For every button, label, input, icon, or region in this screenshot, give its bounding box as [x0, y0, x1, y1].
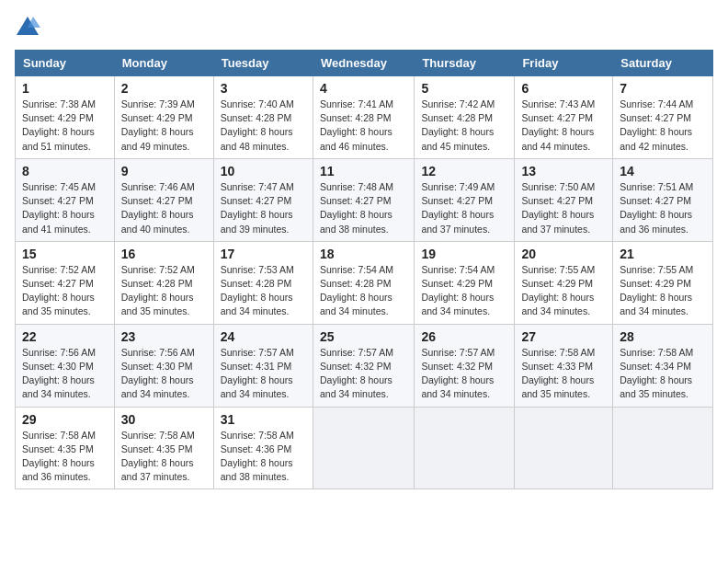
calendar-week: 29Sunrise: 7:58 AMSunset: 4:35 PMDayligh…	[16, 407, 713, 489]
calendar-cell: 6Sunrise: 7:43 AMSunset: 4:27 PMDaylight…	[515, 76, 613, 159]
weekday-header: Friday	[515, 51, 613, 76]
page-header	[15, 15, 713, 40]
weekday-header: Tuesday	[213, 51, 313, 76]
calendar-cell: 19Sunrise: 7:54 AMSunset: 4:29 PMDayligh…	[415, 241, 515, 324]
day-number: 16	[121, 247, 207, 261]
day-number: 31	[221, 412, 306, 427]
day-info: Sunrise: 7:40 AMSunset: 4:28 PMDaylight:…	[221, 98, 306, 154]
calendar-body: 1Sunrise: 7:38 AMSunset: 4:29 PMDaylight…	[16, 76, 713, 489]
day-info: Sunrise: 7:46 AMSunset: 4:27 PMDaylight:…	[121, 180, 207, 236]
day-number: 23	[121, 329, 207, 344]
weekday-header: Wednesday	[313, 51, 414, 76]
calendar-week: 15Sunrise: 7:52 AMSunset: 4:27 PMDayligh…	[16, 241, 713, 324]
calendar-cell	[415, 407, 515, 489]
calendar-cell: 14Sunrise: 7:51 AMSunset: 4:27 PMDayligh…	[613, 158, 713, 241]
day-number: 20	[521, 247, 606, 261]
day-number: 26	[421, 329, 507, 344]
day-number: 2	[121, 81, 207, 96]
calendar-cell: 1Sunrise: 7:38 AMSunset: 4:29 PMDaylight…	[16, 76, 115, 159]
calendar-cell: 17Sunrise: 7:53 AMSunset: 4:28 PMDayligh…	[213, 241, 313, 324]
calendar-week: 8Sunrise: 7:45 AMSunset: 4:27 PMDaylight…	[16, 158, 713, 241]
day-info: Sunrise: 7:55 AMSunset: 4:29 PMDaylight:…	[620, 263, 706, 319]
calendar-cell: 27Sunrise: 7:58 AMSunset: 4:33 PMDayligh…	[515, 324, 613, 407]
day-info: Sunrise: 7:43 AMSunset: 4:27 PMDaylight:…	[521, 98, 606, 154]
day-number: 29	[22, 412, 108, 427]
day-info: Sunrise: 7:57 AMSunset: 4:32 PMDaylight:…	[320, 346, 407, 402]
day-info: Sunrise: 7:45 AMSunset: 4:27 PMDaylight:…	[22, 180, 108, 236]
weekday-header: Thursday	[415, 51, 515, 76]
weekday-header: Monday	[114, 51, 213, 76]
calendar-cell: 7Sunrise: 7:44 AMSunset: 4:27 PMDaylight…	[613, 76, 713, 159]
day-number: 4	[320, 81, 407, 96]
day-info: Sunrise: 7:55 AMSunset: 4:29 PMDaylight:…	[521, 263, 606, 319]
calendar-cell	[515, 407, 613, 489]
day-info: Sunrise: 7:48 AMSunset: 4:27 PMDaylight:…	[320, 180, 407, 236]
day-info: Sunrise: 7:56 AMSunset: 4:30 PMDaylight:…	[121, 346, 207, 402]
day-number: 22	[22, 329, 108, 344]
day-number: 8	[22, 164, 108, 178]
calendar-cell: 2Sunrise: 7:39 AMSunset: 4:29 PMDaylight…	[114, 76, 213, 159]
day-number: 18	[320, 247, 407, 261]
day-number: 6	[521, 81, 606, 96]
day-info: Sunrise: 7:52 AMSunset: 4:27 PMDaylight:…	[22, 263, 108, 319]
calendar-cell: 11Sunrise: 7:48 AMSunset: 4:27 PMDayligh…	[313, 158, 414, 241]
weekday-header: Saturday	[613, 51, 713, 76]
calendar-cell: 31Sunrise: 7:58 AMSunset: 4:36 PMDayligh…	[213, 407, 313, 489]
calendar-cell: 8Sunrise: 7:45 AMSunset: 4:27 PMDaylight…	[16, 158, 115, 241]
day-info: Sunrise: 7:52 AMSunset: 4:28 PMDaylight:…	[121, 263, 207, 319]
day-number: 14	[620, 164, 706, 178]
calendar-cell: 10Sunrise: 7:47 AMSunset: 4:27 PMDayligh…	[213, 158, 313, 241]
calendar-cell: 22Sunrise: 7:56 AMSunset: 4:30 PMDayligh…	[16, 324, 115, 407]
day-info: Sunrise: 7:53 AMSunset: 4:28 PMDaylight:…	[221, 263, 306, 319]
day-number: 19	[421, 247, 507, 261]
calendar-cell: 28Sunrise: 7:58 AMSunset: 4:34 PMDayligh…	[613, 324, 713, 407]
logo-icon	[15, 15, 40, 40]
day-info: Sunrise: 7:58 AMSunset: 4:35 PMDaylight:…	[121, 429, 207, 485]
calendar-cell: 9Sunrise: 7:46 AMSunset: 4:27 PMDaylight…	[114, 158, 213, 241]
day-number: 5	[421, 81, 507, 96]
day-number: 13	[521, 164, 606, 178]
calendar-cell: 25Sunrise: 7:57 AMSunset: 4:32 PMDayligh…	[313, 324, 414, 407]
day-number: 9	[121, 164, 207, 178]
day-info: Sunrise: 7:49 AMSunset: 4:27 PMDaylight:…	[421, 180, 507, 236]
day-info: Sunrise: 7:39 AMSunset: 4:29 PMDaylight:…	[121, 98, 207, 154]
day-number: 24	[221, 329, 306, 344]
day-info: Sunrise: 7:54 AMSunset: 4:28 PMDaylight:…	[320, 263, 407, 319]
day-number: 21	[620, 247, 706, 261]
day-number: 12	[421, 164, 507, 178]
day-info: Sunrise: 7:54 AMSunset: 4:29 PMDaylight:…	[421, 263, 507, 319]
day-info: Sunrise: 7:58 AMSunset: 4:35 PMDaylight:…	[22, 429, 108, 485]
day-info: Sunrise: 7:41 AMSunset: 4:28 PMDaylight:…	[320, 98, 407, 154]
day-number: 1	[22, 81, 108, 96]
day-info: Sunrise: 7:58 AMSunset: 4:36 PMDaylight:…	[221, 429, 306, 485]
day-info: Sunrise: 7:44 AMSunset: 4:27 PMDaylight:…	[620, 98, 706, 154]
day-info: Sunrise: 7:38 AMSunset: 4:29 PMDaylight:…	[22, 98, 108, 154]
calendar-cell: 5Sunrise: 7:42 AMSunset: 4:28 PMDaylight…	[415, 76, 515, 159]
calendar-cell: 4Sunrise: 7:41 AMSunset: 4:28 PMDaylight…	[313, 76, 414, 159]
calendar-cell: 21Sunrise: 7:55 AMSunset: 4:29 PMDayligh…	[613, 241, 713, 324]
day-info: Sunrise: 7:47 AMSunset: 4:27 PMDaylight:…	[221, 180, 306, 236]
calendar-cell: 30Sunrise: 7:58 AMSunset: 4:35 PMDayligh…	[114, 407, 213, 489]
day-number: 30	[121, 412, 207, 427]
day-number: 28	[620, 329, 706, 344]
calendar-header: SundayMondayTuesdayWednesdayThursdayFrid…	[16, 51, 713, 76]
day-number: 11	[320, 164, 407, 178]
calendar-cell: 26Sunrise: 7:57 AMSunset: 4:32 PMDayligh…	[415, 324, 515, 407]
calendar-week: 1Sunrise: 7:38 AMSunset: 4:29 PMDaylight…	[16, 76, 713, 159]
day-info: Sunrise: 7:58 AMSunset: 4:34 PMDaylight:…	[620, 346, 706, 402]
day-number: 7	[620, 81, 706, 96]
calendar-cell: 15Sunrise: 7:52 AMSunset: 4:27 PMDayligh…	[16, 241, 115, 324]
logo	[15, 15, 44, 40]
calendar-cell: 29Sunrise: 7:58 AMSunset: 4:35 PMDayligh…	[16, 407, 115, 489]
calendar-cell: 20Sunrise: 7:55 AMSunset: 4:29 PMDayligh…	[515, 241, 613, 324]
calendar-week: 22Sunrise: 7:56 AMSunset: 4:30 PMDayligh…	[16, 324, 713, 407]
calendar-cell: 12Sunrise: 7:49 AMSunset: 4:27 PMDayligh…	[415, 158, 515, 241]
day-info: Sunrise: 7:57 AMSunset: 4:32 PMDaylight:…	[421, 346, 507, 402]
calendar-cell: 13Sunrise: 7:50 AMSunset: 4:27 PMDayligh…	[515, 158, 613, 241]
day-number: 15	[22, 247, 108, 261]
calendar-cell: 24Sunrise: 7:57 AMSunset: 4:31 PMDayligh…	[213, 324, 313, 407]
day-number: 27	[521, 329, 606, 344]
calendar-cell: 23Sunrise: 7:56 AMSunset: 4:30 PMDayligh…	[114, 324, 213, 407]
day-info: Sunrise: 7:42 AMSunset: 4:28 PMDaylight:…	[421, 98, 507, 154]
weekday-header: Sunday	[16, 51, 115, 76]
